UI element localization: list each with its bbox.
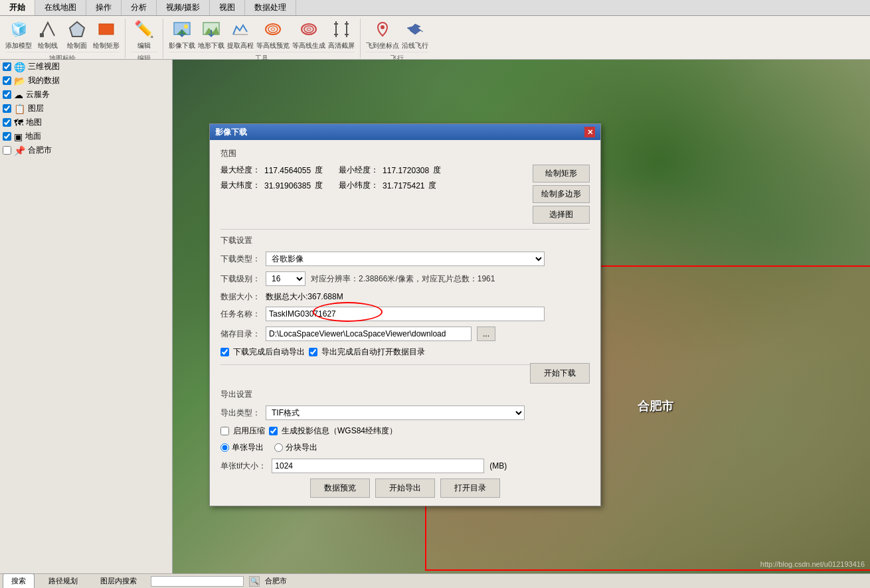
tab-start[interactable]: 开始 bbox=[0, 0, 35, 15]
auto-open-label: 导出完成后自动打开数据目录 bbox=[321, 346, 425, 358]
map-container[interactable]: 合肥市 长乐乡 复兴乡 汪家 长临河镇 http://blog.csdn.net… bbox=[173, 60, 870, 573]
block-export-radio[interactable] bbox=[274, 443, 283, 452]
tif-size-input[interactable] bbox=[272, 459, 484, 473]
svg-point-5 bbox=[184, 25, 188, 29]
group-flight: 飞到坐标点 沿线飞行 飞行 bbox=[361, 19, 434, 58]
edit-icon: ✏️ bbox=[133, 19, 155, 40]
tree-checkbox-1[interactable] bbox=[3, 76, 11, 85]
start-download-button[interactable]: 开始下载 bbox=[530, 363, 590, 384]
max-lon-pair: 最大经度： 117.4564055 度 bbox=[220, 165, 323, 176]
draw-line-btn[interactable]: 绘制线 bbox=[35, 19, 61, 50]
compress-checkbox[interactable] bbox=[220, 427, 229, 435]
compress-label: 启用压缩 bbox=[233, 425, 265, 437]
export-type-select[interactable]: TIF格式 bbox=[266, 405, 525, 420]
export-buttons: 数据预览 开始导出 打开目录 bbox=[220, 478, 590, 498]
bottom-search-input[interactable] bbox=[151, 576, 244, 587]
fly-coord-btn[interactable]: 飞到坐标点 bbox=[366, 19, 399, 50]
tree-icon-1: 📂 bbox=[14, 76, 25, 86]
tab-online-map[interactable]: 在线地图 bbox=[35, 0, 86, 15]
browse-button[interactable]: ... bbox=[477, 327, 495, 341]
tab-video-photo[interactable]: 视频/摄影 bbox=[157, 0, 210, 15]
download-level-label: 下载级别： bbox=[220, 273, 260, 285]
auto-export-checkbox[interactable] bbox=[220, 348, 229, 356]
tree-checkbox-3[interactable] bbox=[3, 104, 11, 113]
tab-view[interactable]: 视图 bbox=[210, 0, 245, 15]
projection-checkbox[interactable] bbox=[269, 427, 278, 435]
download-settings-title: 下载设置 bbox=[220, 235, 590, 246]
contour-preview-btn[interactable]: 等高线预览 bbox=[256, 19, 290, 50]
draw-rect-icon bbox=[96, 19, 117, 40]
contour-gen-label: 等高线生成 bbox=[292, 41, 325, 50]
tree-item-2[interactable]: ☁ 云服务 bbox=[0, 88, 172, 102]
bottom-tab-layer-search[interactable]: 图层内搜索 bbox=[92, 573, 145, 588]
single-export-radio[interactable] bbox=[220, 443, 229, 452]
extract-elevation-btn[interactable]: 提取高程 bbox=[227, 19, 254, 50]
task-name-label: 任务名称： bbox=[220, 309, 260, 320]
open-dir-button[interactable]: 打开目录 bbox=[440, 478, 500, 498]
hd-screenshot-icon bbox=[331, 19, 352, 40]
tab-operation[interactable]: 操作 bbox=[86, 0, 122, 15]
bottom-tab-search[interactable]: 搜索 bbox=[3, 573, 35, 588]
max-lon-value: 117.4564055 bbox=[264, 166, 311, 175]
tree-item-5[interactable]: ▣ 地面 bbox=[0, 129, 172, 143]
tree-item-1[interactable]: 📂 我的数据 bbox=[0, 74, 172, 88]
min-lon-value: 117.1720308 bbox=[383, 166, 429, 175]
draw-area-btn[interactable]: 绘制面 bbox=[64, 19, 90, 50]
tree-item-0[interactable]: 🌐 三维视图 bbox=[0, 60, 172, 74]
fly-path-label: 沿线飞行 bbox=[402, 41, 428, 50]
search-button[interactable]: 🔍 bbox=[249, 576, 260, 587]
left-panel: 🌐 三维视图 📂 我的数据 ☁ 云服务 📋 图层 🗺 地图 bbox=[0, 60, 173, 573]
tree-checkbox-5[interactable] bbox=[3, 132, 11, 141]
download-level-row: 下载级别： 16 对应分辨率：2.38866米/像素，对应瓦片总数：1961 bbox=[220, 271, 590, 286]
download-type-label: 下载类型： bbox=[220, 254, 260, 265]
tree-icon-0: 🌐 bbox=[14, 62, 25, 72]
save-dir-input[interactable] bbox=[266, 327, 472, 341]
download-level-select[interactable]: 16 bbox=[266, 271, 305, 286]
tree-checkbox-2[interactable] bbox=[3, 90, 11, 99]
svg-point-11 bbox=[271, 28, 275, 31]
tree-item-4[interactable]: 🗺 地图 bbox=[0, 115, 172, 129]
tree-checkbox-0[interactable] bbox=[3, 62, 11, 71]
contour-preview-icon bbox=[262, 19, 284, 40]
svg-point-10 bbox=[268, 26, 278, 33]
bottom-tab-route[interactable]: 路径规划 bbox=[40, 573, 86, 588]
data-preview-button[interactable]: 数据预览 bbox=[310, 478, 370, 498]
draw-polygon-button[interactable]: 绘制多边形 bbox=[533, 185, 590, 203]
tab-data-process[interactable]: 数据处理 bbox=[245, 0, 296, 15]
auto-open-checkbox[interactable] bbox=[309, 348, 317, 356]
tif-size-label: 单张tif大小： bbox=[220, 461, 266, 472]
auto-export-row: 下载完成后自动导出 导出完成后自动打开数据目录 bbox=[220, 346, 590, 358]
export-type-row: 导出类型： TIF格式 bbox=[220, 405, 590, 420]
terrain-download-btn[interactable]: 地形下载 bbox=[198, 19, 224, 50]
lon-row: 最大经度： 117.4564055 度 最小经度： 117.1720308 度 bbox=[220, 165, 525, 176]
extract-elevation-icon bbox=[230, 19, 251, 40]
download-type-select[interactable]: 谷歌影像 bbox=[266, 252, 545, 266]
contour-gen-btn[interactable]: 等高线生成 bbox=[292, 19, 325, 50]
save-dir-label: 储存目录： bbox=[220, 329, 260, 340]
task-name-input[interactable] bbox=[266, 307, 545, 321]
tree-item-6[interactable]: 📌 合肥市 bbox=[0, 143, 172, 157]
min-lon-label: 最小经度： bbox=[339, 165, 379, 176]
tree-label-6: 合肥市 bbox=[28, 145, 52, 156]
single-export-label: 单张导出 bbox=[232, 442, 264, 453]
hd-screenshot-btn[interactable]: 高清截屏 bbox=[328, 19, 355, 50]
task-name-row: 任务名称： bbox=[220, 307, 590, 321]
dialog-close-button[interactable]: ✕ bbox=[584, 127, 595, 137]
dialog-titlebar: 影像下载 ✕ bbox=[210, 124, 600, 140]
terrain-download-label: 地形下载 bbox=[198, 41, 224, 50]
edit-btn[interactable]: ✏️ 编辑 bbox=[131, 19, 157, 50]
tree-checkbox-6[interactable] bbox=[3, 146, 11, 155]
draw-rect-btn[interactable]: 绘制矩形 bbox=[93, 19, 120, 50]
search-result-label: 合肥市 bbox=[265, 576, 287, 586]
range-area: 最大经度： 117.4564055 度 最小经度： 117.1720308 度 bbox=[220, 165, 590, 224]
add-model-btn[interactable]: 🧊 添加模型 bbox=[5, 19, 32, 50]
tab-analysis[interactable]: 分析 bbox=[122, 0, 157, 15]
start-export-button[interactable]: 开始导出 bbox=[375, 478, 435, 498]
min-lat-pair: 最小纬度： 31.7175421 度 bbox=[339, 180, 436, 191]
tree-item-3[interactable]: 📋 图层 bbox=[0, 102, 172, 115]
draw-rect-button[interactable]: 绘制矩形 bbox=[533, 165, 590, 183]
tree-checkbox-4[interactable] bbox=[3, 118, 11, 127]
select-area-button[interactable]: 选择图 bbox=[533, 206, 590, 224]
fly-path-btn[interactable]: 沿线飞行 bbox=[402, 19, 428, 50]
image-download-btn[interactable]: 影像下载 bbox=[169, 19, 195, 50]
